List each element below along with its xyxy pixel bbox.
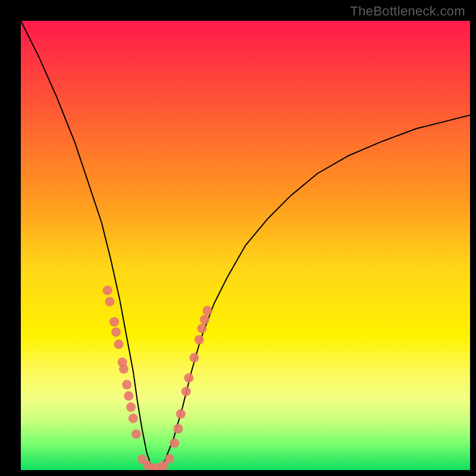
watermark-text: TheBottleneck.com [350,4,465,19]
plot-gradient-background [21,21,470,470]
chart-frame: TheBottleneck.com [0,0,476,476]
